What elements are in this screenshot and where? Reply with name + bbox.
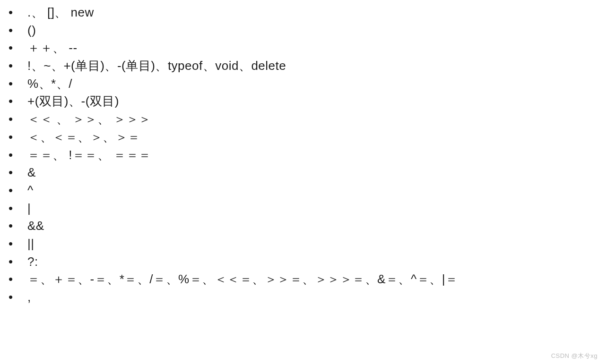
list-item: || bbox=[9, 235, 607, 253]
list-item: +(双目)、-(双目) bbox=[9, 93, 607, 110]
list-item: , bbox=[9, 288, 607, 306]
list-item: & bbox=[9, 164, 607, 182]
list-item: %、*、/ bbox=[9, 75, 607, 93]
watermark-text: CSDN @木兮xg bbox=[551, 352, 598, 360]
list-item: ＝＝、 !＝＝、 ＝＝＝ bbox=[9, 146, 607, 164]
list-item: .、 []、 new bbox=[9, 4, 607, 22]
list-item: ^ bbox=[9, 182, 607, 200]
list-item: ＝、＋＝、-＝、*＝、/＝、%＝、＜＜＝、＞＞＝、＞＞＞＝、&＝、^＝、|＝ bbox=[9, 271, 607, 288]
operator-precedence-list: .、 []、 new () ＋＋、 -- !、~、+(单目)、-(单目)、typ… bbox=[0, 4, 607, 306]
list-item: && bbox=[9, 217, 607, 235]
list-item: | bbox=[9, 200, 607, 218]
list-item: () bbox=[9, 22, 607, 40]
list-item: ?: bbox=[9, 253, 607, 271]
list-item: ＜＜ 、 ＞＞、 ＞＞＞ bbox=[9, 110, 607, 128]
list-item: !、~、+(单目)、-(单目)、typeof、void、delete bbox=[9, 57, 607, 75]
list-item: ＜、＜＝、＞、＞＝ bbox=[9, 128, 607, 146]
list-item: ＋＋、 -- bbox=[9, 39, 607, 57]
